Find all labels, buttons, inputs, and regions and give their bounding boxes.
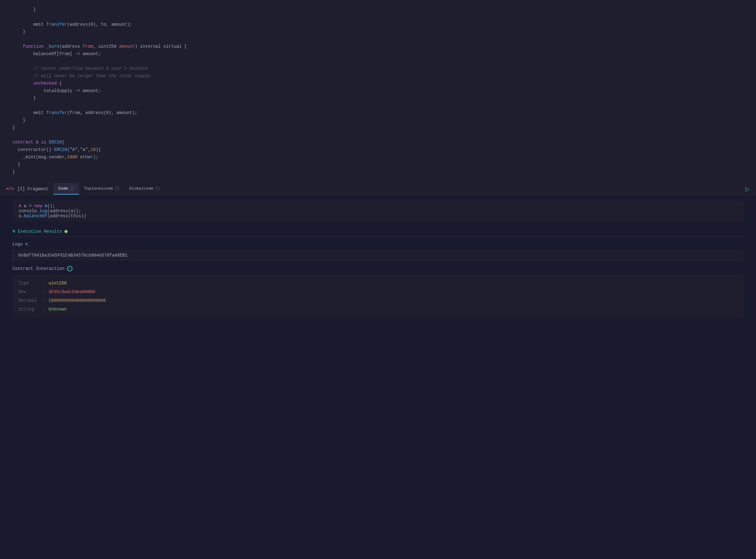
contract-row-key: Hex xyxy=(19,288,43,296)
code-line: } xyxy=(13,117,743,124)
code-line: contract A is ERC20{ xyxy=(13,139,743,146)
code-line: } xyxy=(13,169,743,176)
status-dot xyxy=(65,230,68,233)
code-line xyxy=(13,58,743,65)
logs-icon: ⌘_ xyxy=(25,242,30,247)
contract-row-key: Type xyxy=(19,279,43,288)
code-line xyxy=(13,132,743,139)
contract-row-value: 3635c9adc5dea00000 xyxy=(48,288,95,296)
execution-results-header: ⌘ Execution Results xyxy=(13,226,743,237)
execution-area: A a = new A();console.log(address(a));a.… xyxy=(0,196,756,322)
code-line: } xyxy=(13,161,743,169)
code-line xyxy=(13,14,743,21)
tab-toplevelcode[interactable]: Toplevelcode? xyxy=(79,183,124,195)
code-line: emit Transfer(address(0), to, amount); xyxy=(13,21,743,28)
code-line xyxy=(13,36,743,43)
code-line: // Cannot underflow because a user's bal… xyxy=(13,65,743,72)
contract-table: Type : uint256 Hex : 3635c9adc5dea00000 … xyxy=(13,275,743,317)
code-line: } xyxy=(13,28,743,36)
contract-row-key: String xyxy=(19,305,43,314)
run-button[interactable]: ▷ xyxy=(746,186,750,193)
contract-interaction-header: Contract Interaction ▷ xyxy=(13,266,743,271)
code-line: function _burn(address from, uint256 amo… xyxy=(13,43,743,50)
contract-row-value: 1000000000000000000000 xyxy=(48,296,106,305)
logs-label: Logs xyxy=(13,242,23,247)
code-editor: } emit Transfer(address(0), to, amount);… xyxy=(0,0,756,182)
code-line: } xyxy=(13,95,743,102)
code-line: totalSupply -= amount; xyxy=(13,87,743,95)
log-value: 0xBd770416a3345F91E4B34576cb804a576fa48E… xyxy=(13,250,743,261)
code-line: emit Transfer(from, address(0), amount); xyxy=(13,109,743,117)
code-line: } xyxy=(13,6,743,14)
contract-row: Decimal : 1000000000000000000000 xyxy=(19,296,737,305)
contract-row-value: Unknown xyxy=(48,305,67,314)
contract-interaction-icon: ▷ xyxy=(67,266,72,271)
contract-row-value: uint256 xyxy=(48,279,67,288)
code-line: balanceOf[from] -= amount; xyxy=(13,50,743,58)
fragment-tabs: Code?Toplevelcode?Globalcode? xyxy=(53,183,164,195)
code-line: constructor() ERC20("A","a",18){ xyxy=(13,146,743,154)
logs-header: Logs ⌘_ xyxy=(13,242,743,247)
logs-section: Logs ⌘_ 0xBd770416a3345F91E4B34576cb804a… xyxy=(13,242,743,261)
contract-interaction: Contract Interaction ▷ Type : uint256 He… xyxy=(13,266,743,317)
tab-code[interactable]: Code? xyxy=(53,183,79,195)
code-line: // will never be larger than the total s… xyxy=(13,72,743,80)
code-line: unchecked { xyxy=(13,80,743,87)
snippet-line: A a = new A(); xyxy=(19,204,737,208)
contract-row: Type : uint256 xyxy=(19,279,737,288)
fragment-label: [3] Fragment xyxy=(17,186,53,192)
fragment-bar: </> [3] Fragment Code?Toplevelcode?Globa… xyxy=(0,182,756,196)
contract-row: String : Unknown xyxy=(19,305,737,314)
snippet-line: a.balanceOf(address(this)) xyxy=(19,214,737,219)
fragment-icon: </> xyxy=(0,186,17,192)
code-line: _mint(msg.sender,1000 ether); xyxy=(13,154,743,161)
contract-row-key: Decimal xyxy=(19,296,43,305)
execution-results-label: Execution Results xyxy=(18,229,62,234)
code-line: } xyxy=(13,124,743,132)
code-snippet: A a = new A();console.log(address(a));a.… xyxy=(13,200,743,222)
code-line xyxy=(13,102,743,109)
snippet-line: console.log(address(a)); xyxy=(19,208,737,214)
contract-row: Hex : 3635c9adc5dea00000 xyxy=(19,288,737,296)
tab-globalcode[interactable]: Globalcode? xyxy=(124,183,164,195)
exec-icon: ⌘ xyxy=(13,228,16,234)
contract-interaction-label: Contract Interaction xyxy=(13,266,65,271)
